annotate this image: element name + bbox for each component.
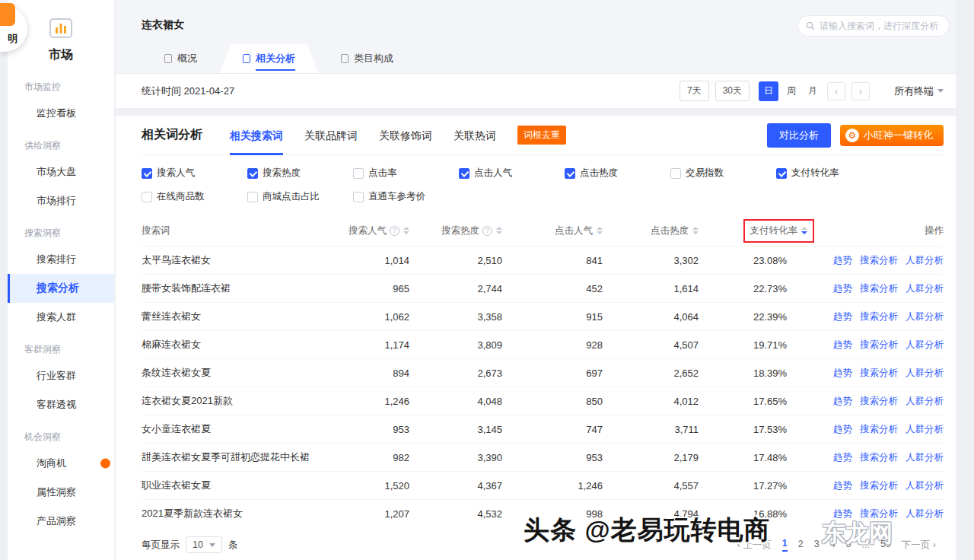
unit-button[interactable]: 日 — [759, 81, 778, 101]
info-icon[interactable] — [482, 226, 492, 236]
sort-icon[interactable] — [597, 227, 603, 234]
column-header[interactable]: 点击热度 — [603, 224, 699, 237]
sort-icon[interactable] — [496, 227, 502, 234]
search-input[interactable] — [820, 21, 941, 31]
dedupe-button[interactable]: 词根去重 — [517, 126, 566, 145]
page-number[interactable]: 3 — [814, 539, 820, 551]
column-label: 支付转化率 — [750, 224, 798, 237]
action-link[interactable]: 人群分析 — [906, 339, 944, 352]
filter-option[interactable]: 支付转化率 — [776, 167, 882, 180]
action-link[interactable]: 趋势 — [833, 479, 852, 492]
terminal-selector[interactable]: 所有终端 — [894, 84, 944, 98]
action-link[interactable]: 趋势 — [833, 339, 852, 352]
action-link[interactable]: 搜索分析 — [860, 479, 898, 492]
range-button[interactable]: 30天 — [715, 81, 750, 101]
action-link[interactable]: 搜索分析 — [860, 339, 898, 352]
unit-button[interactable]: 周 — [783, 84, 800, 97]
unit-button[interactable]: 月 — [804, 84, 821, 97]
panel-tabs: 相关搜索词关联品牌词关联修饰词关联热词 — [230, 116, 517, 155]
info-icon[interactable] — [390, 226, 399, 236]
filter-option[interactable]: 点击率 — [353, 167, 459, 180]
header-tab[interactable]: 概况 — [142, 44, 220, 73]
sidebar-item[interactable]: 搜索人群 — [8, 303, 114, 332]
sidebar-item[interactable]: 属性洞察 — [8, 478, 114, 507]
table-row: 条纹连衣裙女夏8942,6736972,65218.39%趋势搜索分析人群分析 — [142, 358, 944, 387]
actions-cell: 趋势搜索分析人群分析 — [814, 423, 944, 436]
sidebar-item[interactable]: 搜索分析 — [8, 274, 114, 303]
compare-button[interactable]: 对比分析 — [767, 123, 831, 148]
filter-label: 搜索热度 — [263, 167, 301, 180]
action-link[interactable]: 人群分析 — [906, 479, 944, 492]
range-button[interactable]: 7天 — [680, 81, 709, 101]
filter-label: 搜索人气 — [157, 167, 195, 180]
sidebar-item[interactable]: 客群透视 — [8, 390, 114, 419]
page-number[interactable]: 1 — [782, 538, 788, 552]
column-header[interactable]: 支付转化率 — [699, 219, 814, 243]
column-header[interactable]: 搜索人气 — [324, 224, 409, 237]
sort-icon[interactable] — [692, 227, 699, 234]
action-link[interactable]: 人群分析 — [906, 423, 944, 436]
sidebar-item[interactable]: 市场大盘 — [8, 158, 114, 186]
action-link[interactable]: 趋势 — [833, 254, 852, 267]
page-number[interactable]: 2 — [798, 539, 804, 551]
table-row: 甜美连衣裙女夏季可甜初恋提花中长裙9823,3909532,17917.48%趋… — [142, 443, 944, 471]
action-link[interactable]: 人群分析 — [906, 451, 944, 464]
sidebar-item[interactable]: 市场排行 — [8, 186, 114, 215]
action-link[interactable]: 搜索分析 — [860, 423, 898, 436]
column-header[interactable]: 点击人气 — [502, 224, 603, 237]
filter-option[interactable]: 商城点击占比 — [247, 190, 353, 203]
filter-option[interactable]: 搜索热度 — [247, 167, 353, 180]
action-link[interactable]: 趋势 — [833, 367, 852, 380]
action-link[interactable]: 人群分析 — [906, 310, 944, 323]
sort-icon[interactable] — [403, 227, 409, 234]
per-page-select[interactable]: 10 — [186, 536, 222, 553]
search-box[interactable] — [797, 15, 950, 37]
keyword-cell: 2021夏季新款连衣裙女 — [142, 507, 324, 520]
chevron-left-button[interactable]: ‹ — [827, 82, 845, 100]
sidebar-item[interactable]: 产品洞察 — [8, 507, 114, 536]
gear-icon: ⚙ — [845, 129, 859, 142]
time-controls: 7天30天 日周月 ‹ › 所有终端 — [680, 81, 944, 101]
filter-label: 交易指数 — [686, 167, 724, 180]
filter-option[interactable]: 点击人气 — [459, 167, 565, 180]
checkbox-icon — [776, 168, 787, 179]
action-link[interactable]: 趋势 — [833, 395, 852, 408]
panel-tab[interactable]: 关联品牌词 — [304, 116, 358, 155]
action-link[interactable]: 趋势 — [833, 451, 852, 464]
chevron-right-button[interactable]: › — [851, 82, 870, 100]
sidebar-item[interactable]: 行业客群 — [8, 361, 114, 390]
panel-tab[interactable]: 关联热词 — [454, 116, 496, 155]
action-link[interactable]: 搜索分析 — [860, 367, 898, 380]
action-link[interactable]: 搜索分析 — [860, 282, 898, 295]
metric-cell: 3,358 — [409, 311, 502, 323]
action-link[interactable]: 人群分析 — [906, 254, 944, 267]
action-link[interactable]: 人群分析 — [906, 282, 944, 295]
sidebar-item[interactable]: 搜索排行 — [8, 245, 114, 274]
filter-option[interactable]: 交易指数 — [670, 167, 776, 180]
sidebar-item[interactable]: 监控看板 — [8, 99, 114, 128]
header-tab[interactable]: 相关分析 — [220, 44, 318, 73]
action-link[interactable]: 趋势 — [833, 310, 852, 323]
action-link[interactable]: 人群分析 — [906, 395, 944, 408]
column-header[interactable]: 搜索热度 — [409, 224, 502, 237]
action-link[interactable]: 搜索分析 — [860, 395, 898, 408]
sidebar-item[interactable]: 淘商机 — [8, 449, 114, 478]
action-link[interactable]: 人群分析 — [906, 508, 944, 520]
action-link[interactable]: 趋势 — [833, 423, 852, 436]
metric-cell: 18.39% — [699, 368, 814, 379]
panel-tab[interactable]: 相关搜索词 — [230, 116, 283, 155]
action-link[interactable]: 趋势 — [833, 282, 852, 295]
filter-option[interactable]: 点击热度 — [565, 167, 670, 180]
action-link[interactable]: 搜索分析 — [860, 310, 898, 323]
action-link[interactable]: 搜索分析 — [860, 451, 898, 464]
panel-tab[interactable]: 关联修饰词 — [379, 116, 432, 155]
sort-icon[interactable] — [801, 227, 807, 234]
action-link[interactable]: 人群分析 — [906, 367, 944, 380]
next-page-button[interactable]: 下一页 › — [902, 539, 936, 552]
header-tab[interactable]: 类目构成 — [318, 44, 416, 73]
plugin-button[interactable]: ⚙ 小旺神一键转化 — [840, 125, 944, 146]
action-link[interactable]: 搜索分析 — [860, 254, 898, 267]
filter-option[interactable]: 直通车参考价 — [353, 190, 459, 203]
filter-option[interactable]: 在线商品数 — [142, 190, 247, 203]
filter-option[interactable]: 搜索人气 — [142, 167, 247, 180]
